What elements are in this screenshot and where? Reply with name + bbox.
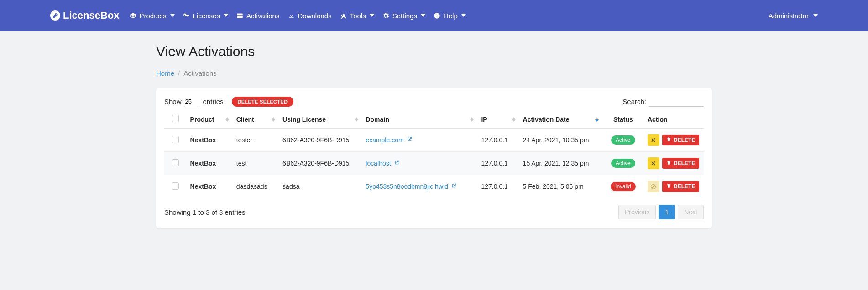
row-checkbox[interactable] (172, 182, 179, 190)
table-row: NextBoxtester6B62-A320-9F6B-D915example.… (164, 129, 704, 152)
sort-desc-icon (595, 117, 599, 122)
sort-icon (355, 117, 358, 122)
next-button[interactable]: Next (678, 205, 704, 219)
chevron-down-icon (224, 14, 228, 17)
hdd-icon (236, 12, 244, 19)
nav-help[interactable]: Help (434, 12, 466, 20)
nav-activations[interactable]: Activations (236, 12, 280, 20)
product-cell: NextBox (187, 129, 233, 152)
date-cell: 15 Apr, 2021, 12:35 pm (519, 152, 602, 175)
brand[interactable]: LicenseBox (50, 10, 120, 21)
select-all-checkbox[interactable] (172, 115, 179, 122)
domain-text: localhost (366, 160, 391, 167)
col-header-action: Action (644, 110, 704, 129)
license-cell: sadsa (279, 175, 362, 198)
status-badge: Invalid (611, 182, 636, 191)
status-badge: Active (611, 159, 635, 168)
nav-settings[interactable]: Settings (382, 12, 425, 20)
col-header-client[interactable]: Client (233, 110, 279, 129)
chevron-down-icon (370, 14, 374, 17)
col-label: Client (236, 116, 254, 123)
chevron-down-icon (170, 14, 175, 17)
key-icon (183, 12, 190, 19)
nav-label: Activations (246, 12, 280, 20)
nav-licenses[interactable]: Licenses (183, 12, 228, 20)
nav-tools[interactable]: Tools (340, 12, 374, 20)
search-label: Search: (622, 98, 646, 105)
domain-link[interactable]: example.com (366, 136, 412, 144)
deactivate-button[interactable]: ✕ (648, 157, 659, 169)
entries-select[interactable]: 25 (184, 97, 200, 106)
row-checkbox[interactable] (172, 136, 179, 143)
ip-cell: 127.0.0.1 (477, 175, 519, 198)
user-menu[interactable]: Administrator (769, 12, 818, 20)
col-header-ip[interactable]: IP (477, 110, 519, 129)
client-cell: test (233, 152, 279, 175)
search-input[interactable] (649, 96, 704, 107)
col-header-status[interactable]: Status (602, 110, 644, 129)
deactivate-button (648, 181, 659, 192)
ip-cell: 127.0.0.1 (477, 152, 519, 175)
domain-link[interactable]: localhost (366, 160, 399, 167)
sort-icon (470, 117, 474, 122)
external-link-icon (451, 183, 457, 190)
col-label: IP (481, 116, 487, 123)
user-name: Administrator (769, 12, 809, 20)
col-label: Activation Date (523, 116, 570, 123)
license-cell: 6B62-A320-9F6B-D915 (279, 129, 362, 152)
row-checkbox[interactable] (172, 159, 179, 166)
nav-products[interactable]: Products (130, 12, 175, 20)
sort-icon (512, 117, 516, 122)
entries-info: Showing 1 to 3 of 3 entries (164, 208, 246, 216)
tools-icon (340, 12, 347, 19)
table-row: NextBoxdasdasadssadsa5yo453s5n8oodbmn8ji… (164, 175, 704, 198)
download-icon (288, 12, 295, 19)
chevron-down-icon (421, 14, 425, 17)
nav-label: Tools (350, 12, 366, 20)
nav-label: Products (140, 12, 167, 20)
domain-link[interactable]: 5yo453s5n8oodbmn8jic.hwid (366, 183, 457, 190)
delete-button[interactable]: DELETE (662, 135, 699, 145)
prev-button[interactable]: Previous (618, 205, 656, 219)
delete-label: DELETE (674, 183, 695, 190)
product-cell: NextBox (187, 152, 233, 175)
col-header-using-license[interactable]: Using License (279, 110, 362, 129)
brand-text: LicenseBox (63, 10, 120, 21)
delete-button[interactable]: DELETE (662, 181, 699, 192)
status-badge: Active (611, 135, 635, 145)
delete-selected-button[interactable]: DELETE SELECTED (232, 97, 294, 107)
col-label: Status (613, 116, 633, 123)
col-header-activation-date[interactable]: Activation Date (519, 110, 602, 129)
delete-label: DELETE (674, 160, 695, 166)
chevron-down-icon (461, 14, 466, 17)
nav-downloads[interactable]: Downloads (288, 12, 331, 20)
breadcrumb-separator: / (178, 69, 180, 77)
deactivate-button[interactable]: ✕ (648, 134, 659, 146)
info-icon (434, 12, 441, 19)
col-label: Product (190, 116, 214, 123)
external-link-icon (407, 136, 413, 144)
breadcrumb-home[interactable]: Home (156, 69, 174, 77)
activations-card: Show 25 entries DELETE SELECTED Search: … (156, 88, 712, 228)
col-label: Domain (366, 116, 389, 123)
ip-cell: 127.0.0.1 (477, 129, 519, 152)
col-header-domain[interactable]: Domain (362, 110, 477, 129)
product-cell: NextBox (187, 175, 233, 198)
cogs-icon (382, 12, 390, 19)
show-label-pre: Show (164, 98, 182, 105)
page-1-button[interactable]: 1 (659, 205, 675, 219)
sort-icon (225, 117, 229, 122)
pagination: Previous 1 Next (618, 205, 704, 219)
nav-label: Settings (392, 12, 417, 20)
breadcrumb-current: Activations (183, 69, 217, 77)
nav-label: Licenses (193, 12, 220, 20)
delete-button[interactable]: DELETE (662, 158, 699, 169)
layers-icon (130, 12, 137, 19)
client-cell: tester (233, 129, 279, 152)
show-label-post: entries (203, 98, 224, 105)
col-header-product[interactable]: Product (187, 110, 233, 129)
activations-table: ProductClientUsing LicenseDomainIPActiva… (164, 110, 704, 198)
nav-label: Help (444, 12, 458, 20)
col-label: Action (648, 116, 668, 123)
breadcrumb: Home / Activations (156, 69, 712, 77)
